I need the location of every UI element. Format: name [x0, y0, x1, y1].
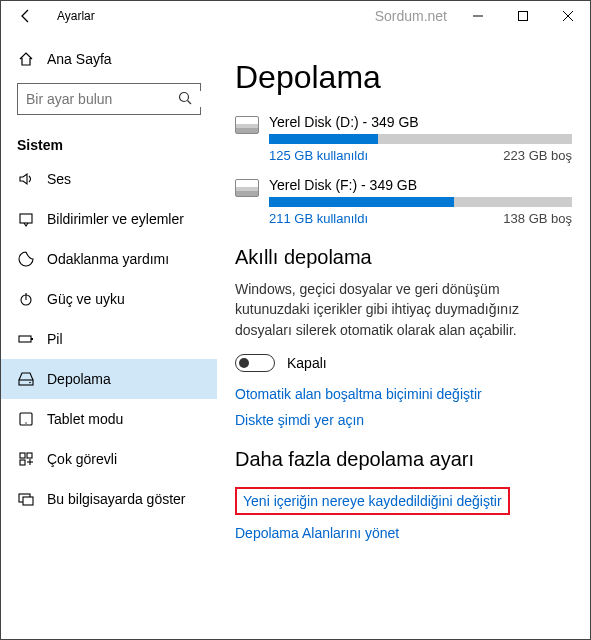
svg-rect-6 [20, 214, 32, 223]
svg-rect-1 [518, 12, 527, 21]
usage-bar [269, 134, 572, 144]
usage-bar [269, 197, 572, 207]
sidebar-item-label: Bu bilgisayarda göster [47, 491, 186, 507]
section-label: Sistem [1, 121, 217, 159]
drive-icon [235, 116, 259, 134]
watermark-text: Sordum.net [375, 8, 447, 24]
sidebar-item-battery[interactable]: Pil [1, 319, 217, 359]
storage-sense-toggle[interactable] [235, 354, 275, 372]
search-input[interactable] [17, 83, 201, 115]
window-title: Ayarlar [57, 9, 95, 23]
manage-storage-spaces-link[interactable]: Depolama Alanlarını yönet [235, 525, 572, 541]
svg-point-12 [29, 382, 31, 384]
notifications-icon [17, 211, 35, 227]
toggle-knob [239, 358, 249, 368]
change-save-location-link[interactable]: Yeni içeriğin nereye kaydedildiğini deği… [243, 493, 502, 509]
disk-name: Yerel Disk (D:) - 349 GB [269, 114, 572, 130]
usage-fill [269, 197, 454, 207]
battery-icon [17, 331, 35, 347]
project-icon [17, 491, 35, 507]
toggle-state-label: Kapalı [287, 355, 327, 371]
sidebar-item-label: Pil [47, 331, 63, 347]
sidebar-item-storage[interactable]: Depolama [1, 359, 217, 399]
tablet-icon [17, 411, 35, 427]
storage-icon [17, 371, 35, 387]
page-title: Depolama [235, 59, 572, 96]
usage-fill [269, 134, 378, 144]
sidebar-item-sound[interactable]: Ses [1, 159, 217, 199]
free-space-now-link[interactable]: Diskte şimdi yer açın [235, 412, 572, 428]
sidebar-item-label: Odaklanma yardımı [47, 251, 169, 267]
multitask-icon [17, 451, 35, 467]
power-icon [17, 291, 35, 307]
disk-free: 223 GB boş [503, 148, 572, 163]
home-icon [17, 51, 35, 67]
svg-rect-21 [23, 497, 33, 505]
disk-f[interactable]: Yerel Disk (F:) - 349 GB 211 GB kullanıl… [235, 177, 572, 226]
focus-icon [17, 251, 35, 267]
main-content: Depolama Yerel Disk (D:) - 349 GB 125 GB… [217, 31, 590, 639]
sidebar: Ana Sayfa Sistem Ses Bildirimler ve eyle… [1, 31, 217, 639]
sidebar-item-multitask[interactable]: Çok görevli [1, 439, 217, 479]
disk-used-link[interactable]: 125 GB kullanıldı [269, 148, 368, 163]
smart-storage-description: Windows, geçici dosyalar ve geri dönüşüm… [235, 279, 565, 340]
home-label: Ana Sayfa [47, 51, 112, 67]
smart-storage-heading: Akıllı depolama [235, 246, 572, 269]
sidebar-item-focus[interactable]: Odaklanma yardımı [1, 239, 217, 279]
change-free-space-link[interactable]: Otomatik alan boşaltma biçimini değiştir [235, 386, 572, 402]
home-link[interactable]: Ana Sayfa [1, 41, 217, 77]
search-icon [178, 91, 192, 108]
sidebar-item-notifications[interactable]: Bildirimler ve eylemler [1, 199, 217, 239]
sidebar-item-label: Depolama [47, 371, 111, 387]
svg-rect-16 [27, 453, 32, 458]
disk-name: Yerel Disk (F:) - 349 GB [269, 177, 572, 193]
search-field[interactable] [26, 91, 201, 107]
svg-rect-17 [20, 460, 25, 465]
sidebar-item-power[interactable]: Güç ve uyku [1, 279, 217, 319]
sidebar-item-label: Çok görevli [47, 451, 117, 467]
svg-line-5 [188, 100, 192, 104]
disk-used-link[interactable]: 211 GB kullanıldı [269, 211, 368, 226]
svg-point-4 [180, 92, 189, 101]
maximize-button[interactable] [500, 1, 545, 31]
sidebar-item-project[interactable]: Bu bilgisayarda göster [1, 479, 217, 519]
drive-icon [235, 179, 259, 197]
svg-rect-11 [19, 380, 33, 385]
svg-rect-15 [20, 453, 25, 458]
close-button[interactable] [545, 1, 590, 31]
svg-point-14 [25, 422, 26, 423]
sidebar-item-label: Güç ve uyku [47, 291, 125, 307]
sidebar-item-label: Tablet modu [47, 411, 123, 427]
disk-free: 138 GB boş [503, 211, 572, 226]
minimize-button[interactable] [455, 1, 500, 31]
highlight-box: Yeni içeriğin nereye kaydedildiğini deği… [235, 487, 510, 515]
sound-icon [17, 171, 35, 187]
disk-d[interactable]: Yerel Disk (D:) - 349 GB 125 GB kullanıl… [235, 114, 572, 163]
back-button[interactable] [1, 1, 51, 31]
svg-rect-10 [31, 338, 33, 340]
svg-rect-9 [19, 336, 31, 342]
sidebar-item-label: Ses [47, 171, 71, 187]
sidebar-item-label: Bildirimler ve eylemler [47, 211, 184, 227]
more-storage-heading: Daha fazla depolama ayarı [235, 448, 572, 471]
sidebar-item-tablet[interactable]: Tablet modu [1, 399, 217, 439]
